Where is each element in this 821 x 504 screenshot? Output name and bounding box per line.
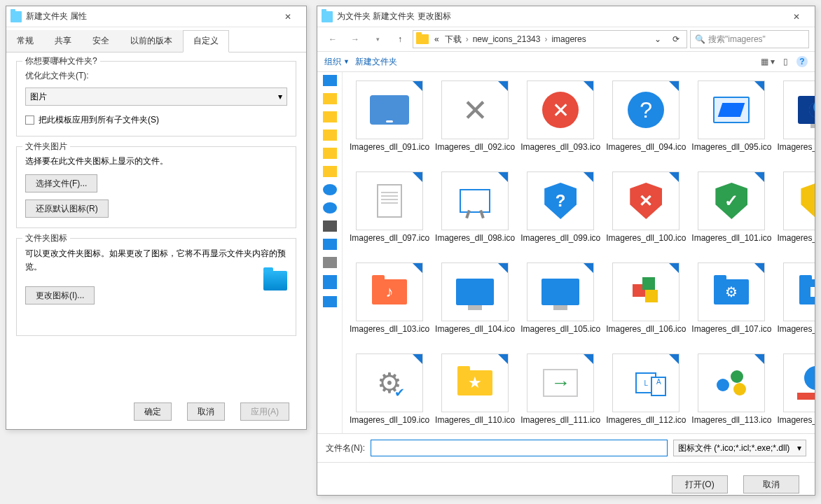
tab-sharing[interactable]: 共享: [44, 30, 82, 52]
search-input[interactable]: 🔍 搜索"imageres": [690, 30, 809, 48]
icon-item[interactable]: ⚙Imageres_dll_107.ico: [690, 260, 773, 348]
help-icon[interactable]: ?: [796, 56, 808, 67]
apply-subfolders-checkbox[interactable]: 把此模板应用到所有子文件夹(S): [25, 114, 287, 126]
icon-item[interactable]: Imageres_dll_106.ico: [605, 260, 687, 348]
sidebar-item[interactable]: [323, 93, 337, 104]
sidebar-item[interactable]: [323, 75, 337, 86]
sidebar-item[interactable]: [323, 202, 337, 214]
tab-previous[interactable]: 以前的版本: [120, 30, 183, 52]
picker-titlebar[interactable]: 为文件夹 新建文件夹 更改图标 ✕: [317, 6, 815, 27]
sidebar-item[interactable]: [323, 220, 337, 232]
organize-menu[interactable]: 组织▼: [324, 56, 350, 68]
icon-pane[interactable]: Imageres_dll_091.ico✕Imageres_dll_092.ic…: [343, 72, 815, 433]
icon-thumbnail: →: [527, 354, 594, 412]
file-picker-window: 为文件夹 新建文件夹 更改图标 ✕ ← → ▾ ↑ « 下载 › new_ico…: [317, 6, 815, 496]
icon-label: Imageres_dll_113.ico: [691, 415, 771, 433]
sidebar-item[interactable]: [323, 275, 337, 289]
icon-item[interactable]: Imageres_dll_113.ico: [690, 351, 773, 433]
breadcrumb-item[interactable]: imageres: [550, 33, 587, 46]
optimize-select[interactable]: 图片 ▾: [25, 88, 287, 106]
new-folder-button[interactable]: 新建文件夹: [355, 56, 397, 68]
close-icon[interactable]: ✕: [274, 7, 302, 27]
apply-button[interactable]: 应用(A): [240, 402, 289, 421]
icon-item[interactable]: Imageres_dll_097.ico: [348, 169, 431, 257]
group-legend: 你想要哪种文件夹?: [22, 55, 100, 67]
up-button[interactable]: ↑: [390, 29, 410, 49]
icon-item[interactable]: ★Imageres_dll_110.ico: [434, 351, 516, 433]
refresh-icon[interactable]: ⟳: [668, 34, 684, 44]
icon-item[interactable]: ✓Imageres_dll_101.ico: [690, 169, 773, 257]
change-icon-button[interactable]: 更改图标(I)...: [25, 286, 95, 304]
tab-customize[interactable]: 自定义: [183, 30, 229, 52]
folder-preview-icon: [263, 271, 287, 290]
address-bar[interactable]: « 下载 › new_icons_21343 › imageres ⌄ ⟳: [413, 30, 687, 48]
properties-window: 新建文件夹 属性 ✕ 常规 共享 安全 以前的版本 自定义 你想要哪种文件夹? …: [6, 6, 307, 430]
sidebar-item[interactable]: [323, 184, 337, 195]
filename-input[interactable]: [371, 440, 668, 456]
breadcrumb-prefix[interactable]: «: [433, 33, 441, 46]
properties-titlebar[interactable]: 新建文件夹 属性 ✕: [6, 6, 306, 27]
icon-item[interactable]: ✕Imageres_dll_092.ico: [434, 78, 516, 166]
icon-item[interactable]: Imageres_dll_108.ico: [775, 260, 815, 348]
close-icon[interactable]: ✕: [782, 7, 810, 27]
icon-item[interactable]: ?Imageres_dll_099.ico: [519, 169, 602, 257]
choose-file-button[interactable]: 选择文件(F)...: [25, 174, 97, 192]
open-button[interactable]: 打开(O): [672, 475, 728, 493]
icon-label: Imageres_dll_095.ico: [691, 142, 771, 163]
sidebar-item[interactable]: [323, 166, 337, 177]
chevron-right-icon: ›: [544, 34, 547, 44]
sidebar-item[interactable]: [323, 148, 337, 159]
icon-item[interactable]: ♪Imageres_dll_103.ico: [348, 260, 431, 348]
properties-title: 新建文件夹 属性: [26, 10, 274, 22]
icon-thumbnail: [783, 262, 815, 321]
icon-item[interactable]: !Imageres_dll_102.ico: [775, 169, 815, 257]
preview-pane-button[interactable]: ▯: [783, 57, 788, 66]
icon-item[interactable]: Imageres_dll_114.ico: [775, 351, 815, 433]
icon-item[interactable]: Imageres_dll_091.ico: [348, 78, 431, 166]
icon-label: Imageres_dll_111.ico: [520, 415, 600, 433]
sidebar-item[interactable]: [323, 296, 337, 307]
sidebar-item[interactable]: [323, 111, 337, 122]
breadcrumb-item[interactable]: 下载: [443, 32, 463, 47]
breadcrumb-item[interactable]: new_icons_21343: [471, 33, 542, 46]
view-options-button[interactable]: ▦ ▾: [761, 57, 775, 66]
folder-icon: [322, 11, 333, 22]
tab-security[interactable]: 安全: [82, 30, 120, 52]
tab-general[interactable]: 常规: [6, 30, 44, 52]
back-button[interactable]: ←: [323, 29, 343, 49]
icon-item[interactable]: →Imageres_dll_111.ico: [519, 351, 602, 433]
icon-label: Imageres_dll_110.ico: [435, 415, 515, 433]
icon-item[interactable]: Imageres_dll_096.ico: [775, 78, 815, 166]
sidebar-item[interactable]: [323, 239, 337, 250]
sidebar-item[interactable]: [323, 130, 337, 141]
address-dropdown[interactable]: ⌄: [650, 34, 665, 44]
icon-label: Imageres_dll_094.ico: [606, 142, 686, 163]
folderpic-desc: 选择要在此文件夹图标上显示的文件。: [25, 155, 287, 167]
icon-item[interactable]: Imageres_dll_105.ico: [519, 260, 602, 348]
filename-row: 文件名(N): 图标文件 (*.ico;*.icl;*.exe;*.dll) ▾: [317, 433, 815, 462]
picker-toolbar: 组织▼ 新建文件夹 ▦ ▾ ▯ ?: [317, 51, 815, 72]
icon-item[interactable]: ✕Imageres_dll_093.ico: [519, 78, 602, 166]
icon-item[interactable]: Imageres_dll_104.ico: [434, 260, 516, 348]
recent-dropdown[interactable]: ▾: [368, 29, 387, 49]
shortcut-overlay-icon: [584, 172, 593, 182]
icon-label: Imageres_dll_103.ico: [350, 324, 429, 345]
cancel-button[interactable]: 取消: [187, 402, 225, 421]
forward-button[interactable]: →: [345, 29, 365, 49]
properties-footer: 确定 取消 应用(A): [134, 396, 296, 421]
shortcut-overlay-icon: [413, 172, 422, 182]
icon-item[interactable]: Imageres_dll_095.ico: [690, 78, 773, 166]
cancel-button[interactable]: 取消: [743, 475, 799, 493]
icon-item[interactable]: LAImageres_dll_112.ico: [605, 351, 687, 433]
icon-item[interactable]: ⚙✔Imageres_dll_109.ico: [348, 351, 431, 433]
sidebar-item[interactable]: [323, 257, 337, 268]
shortcut-overlay-icon: [669, 81, 679, 91]
icon-item[interactable]: ?Imageres_dll_094.ico: [605, 78, 687, 166]
icon-label: Imageres_dll_101.ico: [691, 233, 771, 254]
filetype-select[interactable]: 图标文件 (*.ico;*.icl;*.exe;*.dll) ▾: [673, 440, 806, 456]
icon-item[interactable]: ✕Imageres_dll_100.ico: [605, 169, 687, 257]
restore-default-button[interactable]: 还原默认图标(R): [25, 200, 109, 218]
icon-thumbnail: ✕: [441, 80, 509, 139]
icon-item[interactable]: Imageres_dll_098.ico: [434, 169, 516, 257]
ok-button[interactable]: 确定: [134, 402, 172, 421]
